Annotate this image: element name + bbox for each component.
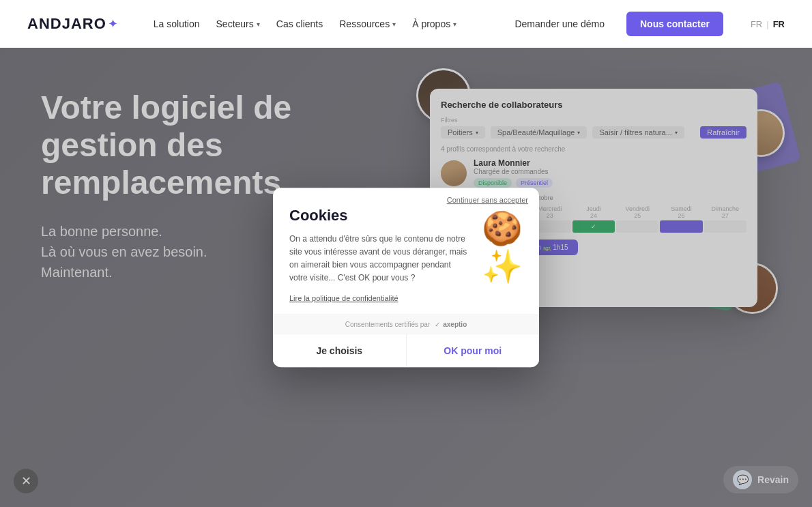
navigation: ANDJARO ✦ La solution Secteurs ▾ Cas cli… — [0, 0, 812, 48]
chevron-down-icon: ▾ — [257, 20, 260, 28]
chevron-down-icon: ▾ — [453, 20, 456, 28]
nav-solution[interactable]: La solution — [154, 18, 200, 29]
nav-links: La solution Secteurs ▾ Cas clients Resso… — [154, 18, 493, 29]
chevron-down-icon: ▾ — [392, 20, 396, 28]
brand-star: ✦ — [108, 16, 118, 31]
consent-check-icon: ✓ — [435, 321, 440, 328]
cookie-modal: Continuer sans accepter Cookies On a att… — [273, 188, 539, 368]
consent-label: Consentements certifiés par — [345, 321, 431, 328]
cookie-title: Cookies — [289, 207, 471, 224]
nav-secteurs[interactable]: Secteurs ▾ — [216, 18, 260, 29]
nav-language: FR | FR — [751, 19, 785, 29]
cookie-text: Cookies On a attendu d'être sûrs que le … — [289, 207, 471, 304]
cookie-policy-link[interactable]: Lire la politique de confidentialité — [289, 294, 398, 302]
cookie-body: Cookies On a attendu d'être sûrs que le … — [273, 207, 539, 315]
nav-apropos[interactable]: À propos ▾ — [412, 18, 456, 29]
hero-section: Votre logiciel de gestion des remplaceme… — [0, 48, 812, 507]
cookie-consent-bar: Consentements certifiés par ✓ axeptio — [273, 315, 539, 334]
nav-ressources[interactable]: Ressources ▾ — [339, 18, 396, 29]
cookie-skip-link[interactable]: Continuer sans accepter — [273, 188, 539, 207]
cookie-choose-button[interactable]: Je choisis — [273, 334, 407, 367]
nav-cas-clients[interactable]: Cas clients — [276, 18, 323, 29]
nav-demo-link[interactable]: Demander une démo — [514, 18, 605, 29]
nav-contact-button[interactable]: Nous contacter — [626, 12, 723, 36]
lang-fr-upper[interactable]: FR — [773, 19, 785, 29]
cookie-accept-button[interactable]: OK pour moi — [407, 334, 540, 367]
cookie-actions: Je choisis OK pour moi — [273, 334, 539, 367]
brand-name: ANDJARO — [27, 15, 106, 33]
cookie-emoji: 🍪✨ — [482, 209, 523, 286]
cookie-description: On a attendu d'être sûrs que le contenu … — [289, 233, 471, 285]
logo[interactable]: ANDJARO ✦ — [27, 15, 118, 33]
lang-fr[interactable]: FR — [751, 19, 762, 29]
consent-brand: axeptio — [443, 321, 467, 328]
